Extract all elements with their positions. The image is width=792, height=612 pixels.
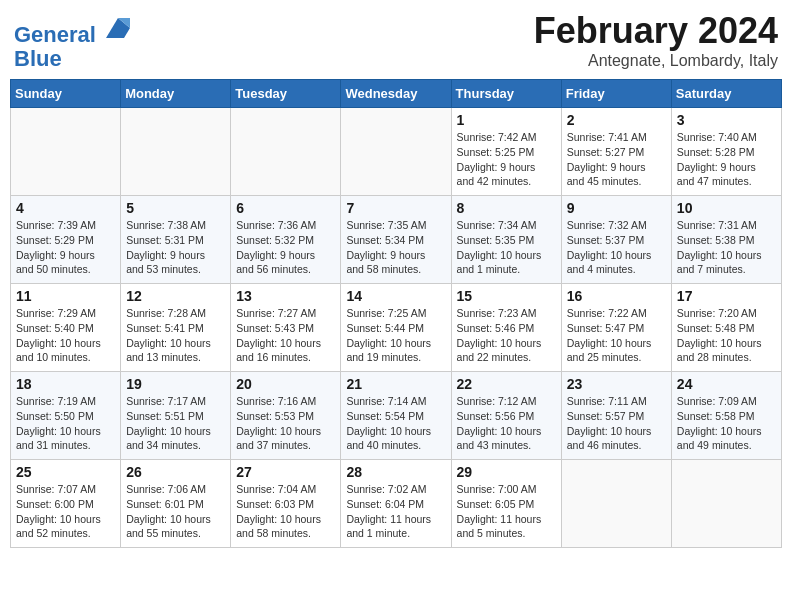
day-number: 4 — [16, 200, 115, 216]
calendar-cell: 15Sunrise: 7:23 AM Sunset: 5:46 PM Dayli… — [451, 284, 561, 372]
calendar-cell: 9Sunrise: 7:32 AM Sunset: 5:37 PM Daylig… — [561, 196, 671, 284]
calendar-cell: 18Sunrise: 7:19 AM Sunset: 5:50 PM Dayli… — [11, 372, 121, 460]
calendar-cell: 3Sunrise: 7:40 AM Sunset: 5:28 PM Daylig… — [671, 108, 781, 196]
day-number: 7 — [346, 200, 445, 216]
calendar-cell: 25Sunrise: 7:07 AM Sunset: 6:00 PM Dayli… — [11, 460, 121, 548]
calendar-cell — [341, 108, 451, 196]
calendar-cell: 16Sunrise: 7:22 AM Sunset: 5:47 PM Dayli… — [561, 284, 671, 372]
day-info: Sunrise: 7:35 AM Sunset: 5:34 PM Dayligh… — [346, 218, 445, 277]
calendar-cell: 10Sunrise: 7:31 AM Sunset: 5:38 PM Dayli… — [671, 196, 781, 284]
header-cell-thursday: Thursday — [451, 80, 561, 108]
day-info: Sunrise: 7:16 AM Sunset: 5:53 PM Dayligh… — [236, 394, 335, 453]
location-title: Antegnate, Lombardy, Italy — [534, 52, 778, 70]
header-cell-sunday: Sunday — [11, 80, 121, 108]
calendar-header-row: SundayMondayTuesdayWednesdayThursdayFrid… — [11, 80, 782, 108]
day-info: Sunrise: 7:41 AM Sunset: 5:27 PM Dayligh… — [567, 130, 666, 189]
day-info: Sunrise: 7:40 AM Sunset: 5:28 PM Dayligh… — [677, 130, 776, 189]
header-cell-wednesday: Wednesday — [341, 80, 451, 108]
calendar-cell: 26Sunrise: 7:06 AM Sunset: 6:01 PM Dayli… — [121, 460, 231, 548]
day-number: 3 — [677, 112, 776, 128]
day-info: Sunrise: 7:17 AM Sunset: 5:51 PM Dayligh… — [126, 394, 225, 453]
header-cell-friday: Friday — [561, 80, 671, 108]
calendar-cell: 20Sunrise: 7:16 AM Sunset: 5:53 PM Dayli… — [231, 372, 341, 460]
day-number: 2 — [567, 112, 666, 128]
day-info: Sunrise: 7:00 AM Sunset: 6:05 PM Dayligh… — [457, 482, 556, 541]
day-number: 22 — [457, 376, 556, 392]
calendar-cell — [671, 460, 781, 548]
calendar-cell: 17Sunrise: 7:20 AM Sunset: 5:48 PM Dayli… — [671, 284, 781, 372]
day-number: 21 — [346, 376, 445, 392]
calendar-cell: 23Sunrise: 7:11 AM Sunset: 5:57 PM Dayli… — [561, 372, 671, 460]
calendar-cell: 28Sunrise: 7:02 AM Sunset: 6:04 PM Dayli… — [341, 460, 451, 548]
calendar-cell: 22Sunrise: 7:12 AM Sunset: 5:56 PM Dayli… — [451, 372, 561, 460]
day-number: 1 — [457, 112, 556, 128]
header-cell-saturday: Saturday — [671, 80, 781, 108]
calendar-cell: 19Sunrise: 7:17 AM Sunset: 5:51 PM Dayli… — [121, 372, 231, 460]
day-info: Sunrise: 7:29 AM Sunset: 5:40 PM Dayligh… — [16, 306, 115, 365]
day-number: 26 — [126, 464, 225, 480]
title-area: February 2024 Antegnate, Lombardy, Italy — [534, 10, 778, 70]
day-number: 8 — [457, 200, 556, 216]
day-number: 6 — [236, 200, 335, 216]
day-number: 15 — [457, 288, 556, 304]
calendar-week-2: 11Sunrise: 7:29 AM Sunset: 5:40 PM Dayli… — [11, 284, 782, 372]
day-info: Sunrise: 7:42 AM Sunset: 5:25 PM Dayligh… — [457, 130, 556, 189]
day-info: Sunrise: 7:14 AM Sunset: 5:54 PM Dayligh… — [346, 394, 445, 453]
day-number: 24 — [677, 376, 776, 392]
calendar-cell: 27Sunrise: 7:04 AM Sunset: 6:03 PM Dayli… — [231, 460, 341, 548]
calendar-week-0: 1Sunrise: 7:42 AM Sunset: 5:25 PM Daylig… — [11, 108, 782, 196]
day-info: Sunrise: 7:12 AM Sunset: 5:56 PM Dayligh… — [457, 394, 556, 453]
header-cell-monday: Monday — [121, 80, 231, 108]
day-number: 18 — [16, 376, 115, 392]
day-number: 19 — [126, 376, 225, 392]
day-number: 10 — [677, 200, 776, 216]
day-number: 12 — [126, 288, 225, 304]
day-info: Sunrise: 7:39 AM Sunset: 5:29 PM Dayligh… — [16, 218, 115, 277]
logo: General Blue — [14, 14, 132, 71]
calendar-cell: 4Sunrise: 7:39 AM Sunset: 5:29 PM Daylig… — [11, 196, 121, 284]
day-info: Sunrise: 7:28 AM Sunset: 5:41 PM Dayligh… — [126, 306, 225, 365]
calendar-cell: 14Sunrise: 7:25 AM Sunset: 5:44 PM Dayli… — [341, 284, 451, 372]
calendar-cell: 29Sunrise: 7:00 AM Sunset: 6:05 PM Dayli… — [451, 460, 561, 548]
day-number: 9 — [567, 200, 666, 216]
calendar-cell — [231, 108, 341, 196]
logo-icon — [104, 14, 132, 42]
day-info: Sunrise: 7:06 AM Sunset: 6:01 PM Dayligh… — [126, 482, 225, 541]
calendar-week-3: 18Sunrise: 7:19 AM Sunset: 5:50 PM Dayli… — [11, 372, 782, 460]
calendar-cell: 13Sunrise: 7:27 AM Sunset: 5:43 PM Dayli… — [231, 284, 341, 372]
day-number: 5 — [126, 200, 225, 216]
logo-text: General — [14, 14, 132, 47]
day-number: 14 — [346, 288, 445, 304]
calendar-cell: 5Sunrise: 7:38 AM Sunset: 5:31 PM Daylig… — [121, 196, 231, 284]
calendar-cell: 21Sunrise: 7:14 AM Sunset: 5:54 PM Dayli… — [341, 372, 451, 460]
day-info: Sunrise: 7:23 AM Sunset: 5:46 PM Dayligh… — [457, 306, 556, 365]
day-number: 27 — [236, 464, 335, 480]
day-number: 16 — [567, 288, 666, 304]
header: General Blue February 2024 Antegnate, Lo… — [10, 10, 782, 71]
calendar-cell — [121, 108, 231, 196]
day-info: Sunrise: 7:36 AM Sunset: 5:32 PM Dayligh… — [236, 218, 335, 277]
day-number: 29 — [457, 464, 556, 480]
day-info: Sunrise: 7:22 AM Sunset: 5:47 PM Dayligh… — [567, 306, 666, 365]
calendar-cell — [561, 460, 671, 548]
day-info: Sunrise: 7:31 AM Sunset: 5:38 PM Dayligh… — [677, 218, 776, 277]
day-number: 28 — [346, 464, 445, 480]
day-number: 25 — [16, 464, 115, 480]
calendar-week-1: 4Sunrise: 7:39 AM Sunset: 5:29 PM Daylig… — [11, 196, 782, 284]
header-cell-tuesday: Tuesday — [231, 80, 341, 108]
calendar-cell: 11Sunrise: 7:29 AM Sunset: 5:40 PM Dayli… — [11, 284, 121, 372]
day-number: 20 — [236, 376, 335, 392]
calendar-cell: 6Sunrise: 7:36 AM Sunset: 5:32 PM Daylig… — [231, 196, 341, 284]
day-number: 17 — [677, 288, 776, 304]
day-number: 13 — [236, 288, 335, 304]
day-info: Sunrise: 7:09 AM Sunset: 5:58 PM Dayligh… — [677, 394, 776, 453]
day-info: Sunrise: 7:25 AM Sunset: 5:44 PM Dayligh… — [346, 306, 445, 365]
day-number: 11 — [16, 288, 115, 304]
day-info: Sunrise: 7:19 AM Sunset: 5:50 PM Dayligh… — [16, 394, 115, 453]
day-info: Sunrise: 7:20 AM Sunset: 5:48 PM Dayligh… — [677, 306, 776, 365]
calendar-cell: 12Sunrise: 7:28 AM Sunset: 5:41 PM Dayli… — [121, 284, 231, 372]
day-info: Sunrise: 7:07 AM Sunset: 6:00 PM Dayligh… — [16, 482, 115, 541]
calendar-cell: 7Sunrise: 7:35 AM Sunset: 5:34 PM Daylig… — [341, 196, 451, 284]
calendar-cell: 8Sunrise: 7:34 AM Sunset: 5:35 PM Daylig… — [451, 196, 561, 284]
day-info: Sunrise: 7:04 AM Sunset: 6:03 PM Dayligh… — [236, 482, 335, 541]
